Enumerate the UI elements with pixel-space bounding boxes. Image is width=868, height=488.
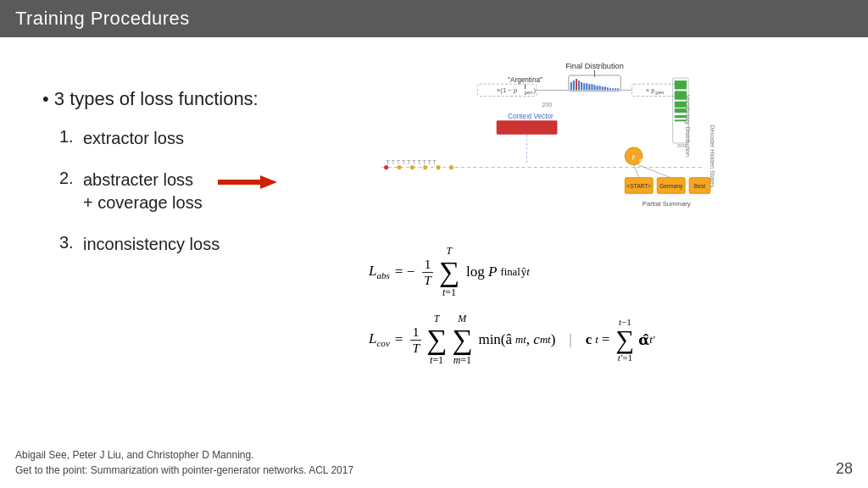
svg-text:200: 200: [677, 142, 687, 148]
citation-line-2: Get to the point: Summarization with poi…: [15, 463, 353, 478]
ct-alpha: α̂: [638, 331, 649, 349]
svg-text:p: p: [632, 153, 636, 160]
svg-point-64: [410, 165, 415, 169]
svg-text:× p: × p: [646, 86, 655, 94]
svg-rect-20: [607, 87, 609, 90]
svg-rect-17: [599, 86, 601, 90]
red-arrow-icon: [218, 174, 277, 191]
lcov-equals: =: [395, 331, 403, 348]
labs-subscript: ŷt: [521, 266, 530, 279]
bullet-header: • 3 types of loss functions:: [42, 88, 339, 110]
labs-lhs: Labs: [369, 263, 390, 280]
svg-rect-39: [675, 119, 687, 121]
svg-rect-12: [586, 83, 587, 90]
loss-functions-list: 1. extractor loss 2. abstracter loss+ co…: [59, 127, 339, 274]
svg-marker-0: [218, 175, 277, 189]
list-text-2: abstracter loss+ coverage loss: [83, 169, 203, 214]
svg-text:gen: gen: [525, 90, 534, 96]
svg-point-66: [437, 165, 441, 169]
left-panel: • 3 types of loss functions: 1. extracto…: [0, 37, 364, 488]
list-number-2: 2.: [59, 169, 83, 188]
svg-text:gen: gen: [639, 157, 647, 162]
lcov-sum-m: M ∑ m=1: [452, 313, 472, 367]
svg-rect-23: [615, 88, 616, 90]
list-item-3: 3. inconsistency loss: [59, 233, 339, 256]
right-panel: Final Distribution "Argentina": [364, 37, 868, 488]
svg-rect-8: [576, 79, 577, 90]
svg-rect-40: [675, 91, 687, 99]
svg-rect-18: [602, 86, 604, 90]
architecture-diagram: Final Distribution "Argentina": [364, 54, 860, 241]
svg-point-65: [423, 165, 427, 169]
svg-text:Context Vector: Context Vector: [508, 113, 554, 120]
labs-formula: Labs = − 1 T T ∑ t=1 log P final ŷt: [369, 245, 655, 299]
labs-superscript: final: [500, 266, 520, 279]
lcov-close: ): [551, 331, 556, 348]
formula-block: Labs = − 1 T T ∑ t=1 log P final ŷt: [364, 245, 655, 372]
labs-log: log P: [466, 263, 497, 280]
svg-text:): ): [534, 86, 537, 94]
list-text-3: inconsistency loss: [83, 233, 220, 256]
svg-rect-15: [593, 85, 595, 90]
svg-text:Germany: Germany: [659, 183, 683, 190]
slide-title: Training Procedures: [15, 8, 190, 30]
svg-rect-37: [675, 108, 687, 113]
svg-point-62: [384, 165, 388, 169]
svg-text:Partial Summary: Partial Summary: [643, 200, 691, 208]
svg-rect-11: [583, 83, 585, 90]
ct-sum: t−1 ∑ t'=1: [615, 317, 634, 363]
ct-lhs: c: [586, 331, 593, 348]
lcov-comma: , c: [526, 331, 540, 348]
svg-rect-41: [675, 102, 687, 108]
svg-text:"Argentina": "Argentina": [508, 76, 542, 84]
svg-text:Best: Best: [694, 183, 705, 189]
labs-sum: T ∑ t=1: [439, 245, 459, 299]
svg-text:200: 200: [542, 102, 552, 108]
svg-rect-6: [570, 82, 572, 90]
svg-point-63: [397, 165, 401, 169]
footer: Abigail See, Peter J Liu, and Christophe…: [15, 447, 853, 478]
svg-rect-14: [591, 84, 593, 90]
list-text-1: extractor loss: [83, 127, 184, 150]
svg-rect-38: [675, 115, 687, 118]
svg-rect-21: [609, 88, 611, 90]
ct-superscript: t: [595, 334, 598, 347]
lcov-lhs: Lcov: [369, 330, 390, 348]
svg-rect-7: [573, 80, 575, 90]
lcov-c-subscripts: m: [540, 334, 548, 347]
citation-line-1: Abigail See, Peter J Liu, and Christophe…: [15, 447, 353, 463]
svg-rect-22: [612, 88, 614, 90]
lcov-fraction: 1 T: [409, 324, 422, 356]
labs-equals: = −: [395, 263, 415, 280]
list-number-3: 3.: [59, 233, 83, 252]
svg-rect-24: [617, 88, 619, 90]
svg-rect-16: [597, 86, 598, 90]
lcov-min: min(â: [478, 331, 512, 348]
svg-text:Final Distribution: Final Distribution: [565, 62, 624, 70]
svg-point-67: [449, 165, 453, 169]
ct-separator: |: [569, 331, 571, 348]
svg-rect-19: [604, 86, 606, 90]
svg-text:×(1 − p: ×(1 − p: [497, 86, 517, 94]
svg-rect-42: [675, 80, 687, 89]
svg-line-60: [638, 164, 671, 177]
list-number-1: 1.: [59, 127, 83, 147]
lcov-sum-t: T ∑ t=1: [426, 313, 447, 367]
svg-rect-10: [581, 82, 582, 90]
ct-alpha-superscript: t': [649, 334, 654, 347]
page-number: 28: [836, 460, 853, 478]
list-item-1: 1. extractor loss: [59, 127, 339, 150]
ct-equals: =: [602, 331, 610, 348]
list-item-2: 2. abstracter loss+ coverage loss: [59, 169, 339, 214]
header-bar: Training Procedures: [0, 0, 868, 37]
svg-line-59: [634, 164, 639, 177]
svg-rect-13: [588, 84, 590, 90]
lcov-formula: Lcov = 1 T T ∑ t=1 M ∑ m=1 min(â: [369, 313, 655, 367]
svg-rect-44: [497, 120, 558, 134]
svg-text:gen: gen: [655, 90, 665, 96]
svg-rect-9: [578, 80, 580, 90]
labs-fraction: 1 T: [421, 257, 434, 288]
main-content: • 3 types of loss functions: 1. extracto…: [0, 37, 868, 488]
lcov-subscripts: m: [515, 334, 523, 347]
diagram-area: Final Distribution "Argentina": [364, 54, 860, 241]
